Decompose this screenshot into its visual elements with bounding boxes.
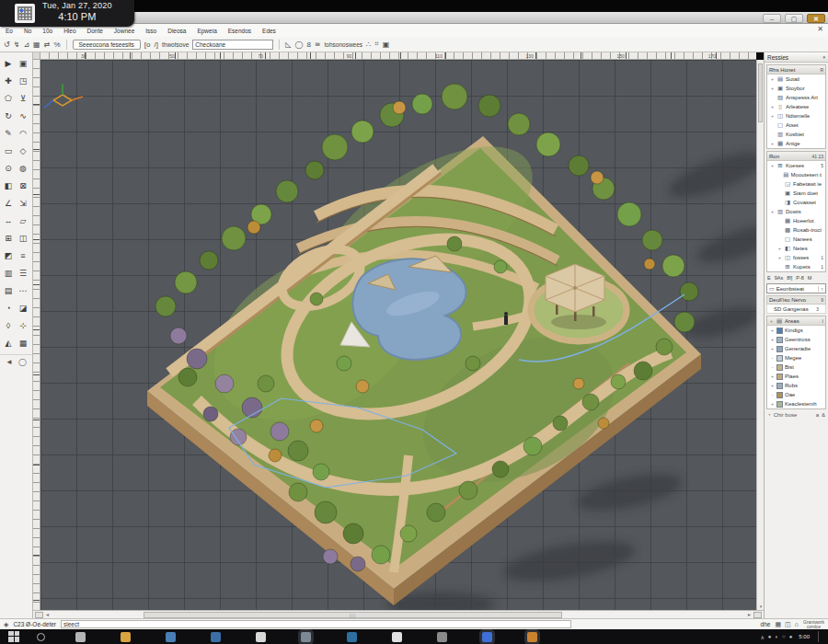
palette-tool-icon[interactable]: ◍ xyxy=(17,160,30,177)
vertical-scrollbar[interactable]: ▾ xyxy=(756,60,764,610)
expander-icon[interactable]: + xyxy=(770,374,775,379)
menu-item[interactable]: No xyxy=(24,28,31,34)
expander-icon[interactable]: + xyxy=(770,328,775,333)
menu-item[interactable]: Jownee xyxy=(114,28,134,34)
menu-item[interactable]: 10o xyxy=(42,28,52,34)
palette-tool-icon[interactable]: ◯ xyxy=(18,358,27,366)
status-tool-icon[interactable]: ◫ xyxy=(785,621,791,628)
expander-icon[interactable]: + xyxy=(770,76,775,82)
palette-tool-icon[interactable]: ◪ xyxy=(17,300,30,316)
taskbar-app-icon[interactable] xyxy=(211,632,221,642)
tool-icon[interactable]: ▦ xyxy=(33,40,40,49)
panel-tool-icon[interactable]: M xyxy=(808,275,812,281)
vertical-scrollbar-thumb[interactable] xyxy=(758,63,763,122)
expander-icon[interactable]: + xyxy=(770,383,775,388)
tree-item[interactable]: ▦ Hoeerlot xyxy=(767,216,825,225)
calendar-icon[interactable] xyxy=(15,4,35,23)
tree-item[interactable]: + ⊞ Koeses 5 xyxy=(767,161,825,170)
palette-tool-icon[interactable]: ↻ xyxy=(2,108,16,124)
close-button[interactable]: ✕ xyxy=(807,14,825,23)
tool-icon[interactable]: ≅ xyxy=(315,40,321,49)
tree-item[interactable]: + ◫ fosses 1 xyxy=(767,253,825,262)
tree-item[interactable]: ◲ Fabetawt ie xyxy=(767,179,825,189)
tray-clock[interactable]: 5:00 xyxy=(799,634,810,639)
show-desktop-button[interactable] xyxy=(818,631,821,642)
palette-tool-icon[interactable]: ⊙ xyxy=(2,160,16,177)
area-item[interactable]: + Robs xyxy=(767,381,825,390)
expander-icon[interactable]: + xyxy=(769,318,774,324)
tool-icon[interactable]: ⊿ xyxy=(23,40,29,49)
footer-tool-icon[interactable]: a xyxy=(816,412,819,418)
status-tool-icon[interactable]: ▦ xyxy=(775,621,781,628)
tree-item[interactable]: + ▯ Arleatese xyxy=(767,102,825,111)
expander-icon[interactable]: + xyxy=(770,209,775,214)
taskbar-app-icon[interactable] xyxy=(482,632,492,642)
palette-tool-icon[interactable]: ◳ xyxy=(17,73,30,89)
tree-item[interactable]: + ▤ Sutatl xyxy=(767,75,825,84)
menu-item[interactable]: Dieosa xyxy=(167,28,186,34)
start-button[interactable] xyxy=(8,631,20,643)
horizontal-scrollbar[interactable]: ◂ ||| ▸ xyxy=(33,610,764,618)
palette-tool-icon[interactable]: ∿ xyxy=(17,108,30,124)
panel-tool-icon[interactable]: 8f] xyxy=(787,275,792,281)
tool-icon[interactable]: ▣ xyxy=(383,40,390,49)
tree-item[interactable]: ▤ Mooutesen tine xyxy=(767,170,825,179)
area-item[interactable]: - Megee xyxy=(767,353,825,362)
tree-item[interactable]: + ◫ Ndwmelle xyxy=(767,111,825,121)
tray-icon[interactable]: ◐ xyxy=(775,634,778,639)
scene-button[interactable]: Seeeocona feseesits xyxy=(73,40,141,50)
taskbar-app-icon[interactable] xyxy=(347,632,357,642)
panel-title-bar[interactable]: Ressies ▾ xyxy=(765,52,828,63)
tool-icon[interactable]: [o xyxy=(144,40,151,49)
palette-tool-icon[interactable]: ⊠ xyxy=(17,178,30,194)
expander-icon[interactable]: + xyxy=(777,255,782,260)
tool-icon[interactable]: ↺ xyxy=(4,40,10,49)
tree-item[interactable]: ▣ Siam doet xyxy=(767,189,825,198)
tree-item[interactable]: + ▥ Dowts xyxy=(767,207,825,216)
tray-icon[interactable]: ● xyxy=(789,634,793,639)
tray-icon[interactable]: ○ xyxy=(782,634,786,639)
menu-item[interactable]: Eo xyxy=(6,28,13,34)
tree-item[interactable]: ▥ Kosbiet xyxy=(767,130,825,139)
palette-tool-icon[interactable]: ◩ xyxy=(2,247,16,264)
panel-tool-icon[interactable]: P-8 xyxy=(796,275,804,281)
expander-icon[interactable]: + xyxy=(770,113,775,119)
viewport-canvas[interactable] xyxy=(40,60,756,610)
taskbar-app-icon[interactable] xyxy=(527,632,537,642)
area-item[interactable]: + Keaclestemh xyxy=(767,399,825,408)
minimize-button[interactable]: – xyxy=(763,14,781,23)
areas-header[interactable]: + ▤ Areas I xyxy=(767,316,825,326)
status-tool-icon[interactable]: ⌂ xyxy=(795,621,799,627)
tree-item[interactable]: + ▦ Antge xyxy=(767,139,825,148)
scrollbar-box-icon[interactable] xyxy=(753,612,762,618)
menu-item[interactable]: Epweia xyxy=(197,28,216,34)
expander-icon[interactable]: + xyxy=(770,346,775,351)
taskbar-app-icon[interactable] xyxy=(301,632,311,642)
taskbar-app-icon[interactable] xyxy=(75,632,86,642)
palette-tool-icon[interactable]: ▭ xyxy=(2,143,16,159)
area-item[interactable]: + Kindigs xyxy=(767,326,825,335)
menu-item[interactable]: Esendos xyxy=(228,28,251,34)
tool-icon[interactable]: ⌗ xyxy=(374,40,379,49)
layers-header[interactable]: Ron 41 23 xyxy=(767,152,825,161)
taskbar-app-icon[interactable] xyxy=(256,632,266,642)
palette-tool-icon[interactable]: ⬠ xyxy=(2,90,16,107)
outliner-header[interactable]: Rhs Honet R xyxy=(767,65,825,75)
tool-icon[interactable]: ∴ xyxy=(366,40,371,49)
command-prompt-input[interactable] xyxy=(61,620,571,628)
palette-tool-icon[interactable]: ◔ xyxy=(2,300,16,316)
taskbar-app-icon[interactable] xyxy=(437,632,447,642)
tool-icon[interactable]: 8 xyxy=(306,40,310,49)
expander-icon[interactable]: + xyxy=(770,86,775,91)
tool-icon[interactable]: % xyxy=(53,40,60,49)
toolbar-input[interactable] xyxy=(192,40,273,50)
palette-tool-icon[interactable]: ↔ xyxy=(2,213,16,229)
tool-icon[interactable]: ↯ xyxy=(14,40,20,49)
maximize-button[interactable]: ▢ xyxy=(785,14,803,23)
area-item[interactable]: - Bist xyxy=(767,362,825,372)
tool-icon[interactable]: ◺ xyxy=(285,40,291,49)
tree-item[interactable]: ▩ Rosab-troct xyxy=(767,225,825,235)
area-item[interactable]: - Oae xyxy=(767,390,825,399)
tree-item[interactable]: ⊞ Kupets 1 xyxy=(767,262,825,271)
expander-icon[interactable]: + xyxy=(770,401,775,407)
